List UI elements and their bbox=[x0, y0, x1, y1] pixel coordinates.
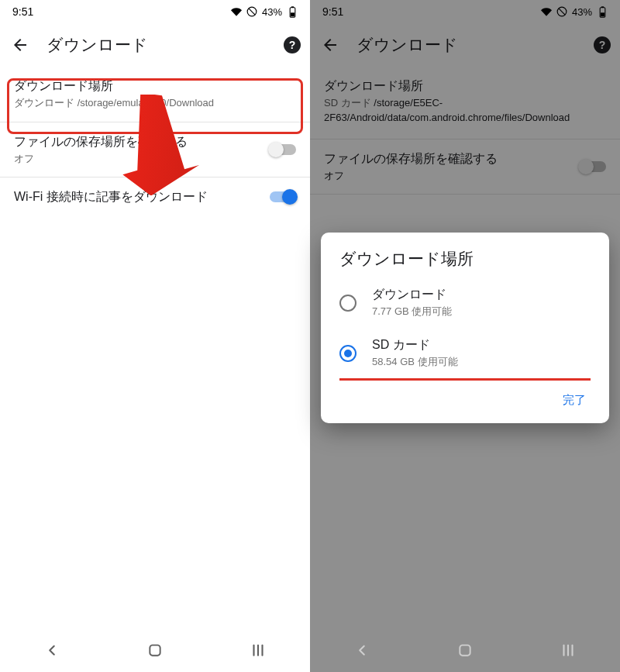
do-not-disturb-icon bbox=[556, 6, 567, 17]
svg-rect-14 bbox=[601, 12, 604, 16]
radio-selected[interactable] bbox=[339, 345, 356, 362]
status-bar: 9:51 43% bbox=[0, 0, 310, 23]
wifi-download-toggle[interactable] bbox=[270, 191, 296, 202]
status-icons: 43% bbox=[231, 6, 298, 18]
system-nav-bar bbox=[310, 629, 620, 672]
arrow-left-icon bbox=[11, 36, 29, 54]
row-download-location[interactable]: ダウンロード場所 SD カード /storage/E5EC-2F63/Andro… bbox=[310, 67, 620, 139]
status-time: 9:51 bbox=[322, 5, 343, 18]
nav-home-button[interactable] bbox=[140, 635, 170, 666]
svg-rect-4 bbox=[291, 12, 294, 16]
svg-line-1 bbox=[249, 9, 255, 15]
dialog-option-name: ダウンロード bbox=[372, 287, 452, 303]
radio-unselected[interactable] bbox=[339, 295, 356, 312]
nav-back-button[interactable] bbox=[346, 635, 377, 666]
wifi-icon bbox=[541, 6, 552, 17]
nav-back-button[interactable] bbox=[36, 635, 67, 666]
app-bar: ダウンロード ? bbox=[0, 23, 310, 67]
status-bar: 9:51 43% bbox=[310, 0, 620, 23]
download-location-label: ダウンロード場所 bbox=[324, 78, 606, 95]
dialog-option-name: SD カード bbox=[372, 337, 458, 353]
phone-left: 9:51 43% ダウンロード ? ダウンロード場所 ダウンロード /stora… bbox=[0, 0, 310, 672]
download-location-dialog: ダウンロード場所 ダウンロード 7.77 GB 使用可能 SD カード 58.5… bbox=[321, 233, 609, 423]
confirm-location-label: ファイルの保存場所を確認する bbox=[324, 150, 580, 167]
nav-recents-button[interactable] bbox=[243, 635, 274, 666]
battery-icon bbox=[287, 6, 298, 17]
arrow-left-icon bbox=[321, 36, 339, 54]
system-nav-bar bbox=[0, 629, 310, 672]
do-not-disturb-icon bbox=[246, 6, 257, 17]
help-button[interactable]: ? bbox=[284, 36, 301, 53]
status-time: 9:51 bbox=[12, 5, 33, 18]
svg-rect-15 bbox=[460, 645, 470, 655]
confirm-location-toggle[interactable] bbox=[270, 144, 296, 155]
wifi-download-label: Wi-Fi 接続時に記事をダウンロード bbox=[14, 188, 270, 205]
svg-rect-3 bbox=[291, 6, 293, 8]
status-battery-text: 43% bbox=[572, 6, 592, 18]
svg-rect-6 bbox=[150, 645, 160, 655]
dialog-title: ダウンロード場所 bbox=[321, 248, 609, 277]
wifi-icon bbox=[231, 6, 242, 17]
page-title: ダウンロード bbox=[46, 34, 268, 56]
dialog-done-button[interactable]: 完了 bbox=[555, 388, 594, 412]
svg-line-11 bbox=[559, 9, 565, 15]
confirm-location-state: オフ bbox=[14, 152, 270, 166]
page-title: ダウンロード bbox=[356, 34, 578, 56]
svg-rect-13 bbox=[601, 6, 603, 8]
back-button[interactable] bbox=[319, 34, 341, 56]
row-confirm-location[interactable]: ファイルの保存場所を確認する オフ bbox=[310, 139, 620, 195]
confirm-location-label: ファイルの保存場所を確認する bbox=[14, 133, 270, 150]
app-bar: ダウンロード ? bbox=[310, 23, 620, 67]
status-battery-text: 43% bbox=[262, 6, 282, 18]
nav-home-button[interactable] bbox=[450, 635, 480, 666]
back-button[interactable] bbox=[9, 34, 31, 56]
help-button[interactable]: ? bbox=[594, 36, 611, 53]
confirm-location-toggle[interactable] bbox=[580, 161, 606, 172]
dialog-option-download[interactable]: ダウンロード 7.77 GB 使用可能 bbox=[321, 277, 609, 328]
nav-recents-button[interactable] bbox=[553, 635, 584, 666]
status-icons: 43% bbox=[541, 6, 608, 18]
dialog-option-capacity: 7.77 GB 使用可能 bbox=[372, 305, 452, 319]
row-wifi-download[interactable]: Wi-Fi 接続時に記事をダウンロード bbox=[0, 177, 310, 216]
dialog-option-capacity: 58.54 GB 使用可能 bbox=[372, 355, 458, 369]
dialog-option-sdcard[interactable]: SD カード 58.54 GB 使用可能 bbox=[321, 328, 609, 378]
dialog-actions: 完了 bbox=[321, 381, 609, 417]
annotation-highlight bbox=[7, 78, 303, 134]
phone-right: 9:51 43% ダウンロード ? ダウンロード場所 SD カード /stora… bbox=[310, 0, 620, 672]
download-location-value: SD カード /storage/E5EC-2F63/Android/data/c… bbox=[324, 96, 606, 124]
battery-icon bbox=[597, 6, 608, 17]
confirm-location-state: オフ bbox=[324, 169, 580, 183]
